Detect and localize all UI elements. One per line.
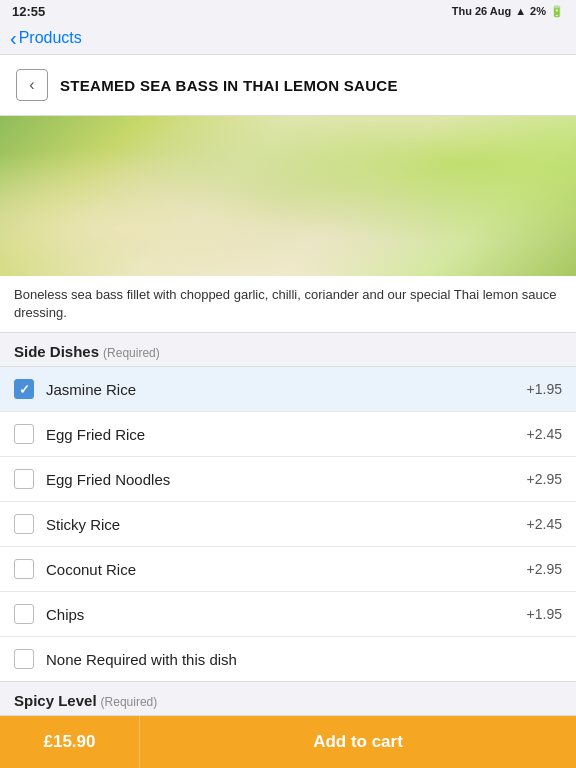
option-label-none-required: None Required with this dish: [46, 651, 562, 668]
option-label-sticky-rice: Sticky Rice: [46, 516, 519, 533]
section-header-spicy-level: Spicy Level(Required): [0, 682, 576, 715]
battery-text: 2%: [530, 5, 546, 17]
option-row-egg-fried-noodles[interactable]: Egg Fried Noodles+2.95: [0, 457, 576, 502]
battery-icon: 🔋: [550, 5, 564, 18]
section-required-label: (Required): [103, 346, 160, 360]
add-to-cart-button[interactable]: Add to cart: [140, 716, 576, 768]
status-bar: 12:55 Thu 26 Aug ▲ 2% 🔋: [0, 0, 576, 22]
product-title: STEAMED SEA BASS IN THAI LEMON SAUCE: [60, 77, 398, 94]
back-button[interactable]: ‹ Products: [10, 28, 82, 48]
checkbox-chips[interactable]: [14, 604, 34, 624]
hero-image: [0, 116, 576, 276]
option-price-egg-fried-rice: +2.45: [527, 426, 562, 442]
option-label-chips: Chips: [46, 606, 519, 623]
title-back-icon: ‹: [29, 76, 34, 94]
option-row-coconut-rice[interactable]: Coconut Rice+2.95: [0, 547, 576, 592]
sections-container: Side Dishes(Required)Jasmine Rice+1.95Eg…: [0, 333, 576, 768]
checkbox-egg-fried-noodles[interactable]: [14, 469, 34, 489]
option-price-jasmine-rice: +1.95: [527, 381, 562, 397]
option-row-jasmine-rice[interactable]: Jasmine Rice+1.95: [0, 367, 576, 412]
checkbox-sticky-rice[interactable]: [14, 514, 34, 534]
section-header-side-dishes: Side Dishes(Required): [0, 333, 576, 366]
status-time: 12:55: [12, 4, 45, 19]
option-label-coconut-rice: Coconut Rice: [46, 561, 519, 578]
section-label: Side Dishes: [14, 343, 99, 360]
title-back-button[interactable]: ‹: [16, 69, 48, 101]
section-side-dishes: Side Dishes(Required)Jasmine Rice+1.95Eg…: [0, 333, 576, 682]
checkbox-egg-fried-rice[interactable]: [14, 424, 34, 444]
option-price-coconut-rice: +2.95: [527, 561, 562, 577]
wifi-icon: ▲: [515, 5, 526, 17]
option-row-sticky-rice[interactable]: Sticky Rice+2.45: [0, 502, 576, 547]
checkbox-coconut-rice[interactable]: [14, 559, 34, 579]
back-label: Products: [19, 29, 82, 47]
status-date: Thu 26 Aug: [452, 5, 511, 17]
option-price-sticky-rice: +2.45: [527, 516, 562, 532]
option-label-egg-fried-rice: Egg Fried Rice: [46, 426, 519, 443]
hero-image-overlay: [0, 116, 576, 276]
checkbox-none-required[interactable]: [14, 649, 34, 669]
option-list-side-dishes: Jasmine Rice+1.95Egg Fried Rice+2.45Egg …: [0, 366, 576, 682]
option-label-jasmine-rice: Jasmine Rice: [46, 381, 519, 398]
total-price: £15.90: [0, 716, 140, 768]
status-right: Thu 26 Aug ▲ 2% 🔋: [452, 5, 564, 18]
option-row-chips[interactable]: Chips+1.95: [0, 592, 576, 637]
option-label-egg-fried-noodles: Egg Fried Noodles: [46, 471, 519, 488]
option-price-egg-fried-noodles: +2.95: [527, 471, 562, 487]
product-description: Boneless sea bass fillet with chopped ga…: [0, 276, 576, 333]
option-row-none-required[interactable]: None Required with this dish: [0, 637, 576, 681]
section-label: Spicy Level: [14, 692, 97, 709]
option-row-egg-fried-rice[interactable]: Egg Fried Rice+2.45: [0, 412, 576, 457]
product-title-bar: ‹ STEAMED SEA BASS IN THAI LEMON SAUCE: [0, 54, 576, 116]
checkbox-jasmine-rice[interactable]: [14, 379, 34, 399]
nav-bar: ‹ Products: [0, 22, 576, 54]
back-chevron-icon: ‹: [10, 28, 17, 48]
section-required-label: (Required): [101, 695, 158, 709]
bottom-bar: £15.90 Add to cart: [0, 716, 576, 768]
option-price-chips: +1.95: [527, 606, 562, 622]
